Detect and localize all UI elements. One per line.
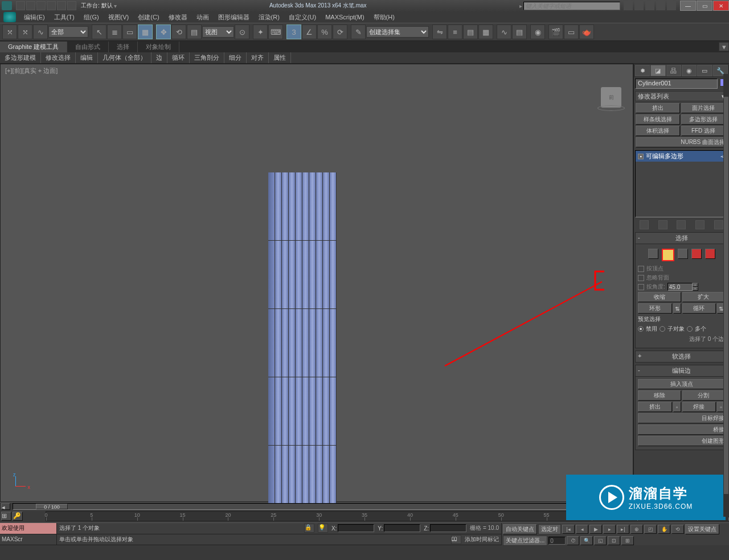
help-arrow-icon[interactable] <box>667 1 676 10</box>
menu-graph[interactable]: 图形编辑器 <box>214 12 254 23</box>
ribbon-minimize-icon[interactable]: ▾ <box>719 42 729 51</box>
viewport-nav2-icon[interactable]: ◰ <box>644 525 657 534</box>
mod-btn-ffd-sel[interactable]: FFD 选择 <box>681 126 726 136</box>
rotate-icon[interactable]: ⟲ <box>171 24 186 39</box>
coord-z-input[interactable] <box>430 524 466 532</box>
object-name-field[interactable]: Cylinder001 <box>635 79 718 89</box>
align-icon[interactable]: ≡ <box>448 24 462 39</box>
ribbon-loops[interactable]: 循环 <box>167 52 190 63</box>
render-production-icon[interactable]: 🫖 <box>579 24 594 39</box>
ribbon-tab-graphite[interactable]: Graphite 建模工具 <box>0 42 67 52</box>
qat-project-icon[interactable] <box>67 1 76 10</box>
viewport-nav6-icon[interactable]: ◱ <box>594 536 607 545</box>
prev-frame-icon[interactable]: ◂ <box>576 525 588 534</box>
maxscript-listener[interactable]: MAXScr <box>0 534 56 546</box>
ribbon-edit[interactable]: 编辑 <box>76 52 98 63</box>
polygon-mode-button[interactable] <box>691 249 702 259</box>
rect-select-icon[interactable]: ▭ <box>122 24 137 39</box>
modify-tab-icon[interactable]: ◪ <box>650 65 665 76</box>
auto-key-button[interactable]: 自动关键点 <box>503 524 537 534</box>
qat-new-icon[interactable] <box>16 1 25 10</box>
ribbon-subdiv[interactable]: 细分 <box>224 52 247 63</box>
help-icon[interactable] <box>656 1 665 10</box>
rollout-soft-header[interactable]: +软选择 <box>635 351 728 363</box>
graphite-toggle-icon[interactable]: ▦ <box>478 24 493 39</box>
ribbon-edges[interactable]: 边 <box>151 52 167 63</box>
menu-create[interactable]: 创建(C) <box>133 12 163 23</box>
viewcube[interactable]: 前 <box>601 87 621 108</box>
sel-locked-dropdown[interactable]: 选定对 <box>538 524 561 534</box>
schematic-view-icon[interactable]: ▤ <box>512 24 527 39</box>
viewport-nav4-icon[interactable]: ⟲ <box>671 525 684 534</box>
welcome-button[interactable]: 欢迎使用 <box>0 523 56 534</box>
ribbon-geometry[interactable]: 几何体（全部） <box>98 52 151 63</box>
viewport-label[interactable]: [+][前][真实 + 边面] <box>5 67 58 75</box>
render-setup-icon[interactable]: 🎬 <box>548 24 563 39</box>
favorites-icon[interactable] <box>645 1 654 10</box>
spin-up-icon[interactable]: ▴ <box>693 283 698 287</box>
shrink-button[interactable]: 收缩 <box>638 292 681 302</box>
by-vertex-checkbox[interactable] <box>638 266 644 272</box>
isolate-icon[interactable]: 💡 <box>318 524 328 533</box>
panel-scrollbar[interactable] <box>723 74 729 517</box>
menu-tools[interactable]: 工具(T) <box>50 12 79 23</box>
qat-open-icon[interactable] <box>26 1 35 10</box>
close-button[interactable]: ✕ <box>713 1 729 11</box>
goto-end-icon[interactable]: ▸| <box>617 525 629 534</box>
ribbon-tab-paint[interactable]: 对象绘制 <box>138 42 179 52</box>
ring-button[interactable]: 环形 <box>638 303 672 314</box>
named-selection-dropdown[interactable]: 创建选择集 <box>366 26 429 38</box>
target-weld-button[interactable]: 目标焊接 <box>638 413 725 423</box>
percent-snap-icon[interactable]: % <box>317 24 332 39</box>
ref-coord-dropdown[interactable]: 视图 <box>202 26 234 38</box>
qat-undo-icon[interactable] <box>47 1 56 10</box>
spinner-snap-icon[interactable]: ⟳ <box>333 24 347 39</box>
insert-vertex-button[interactable]: 插入顶点 <box>638 379 725 389</box>
viewport-nav1-icon[interactable]: ⊕ <box>630 525 643 534</box>
edge-mode-button[interactable] <box>662 249 674 261</box>
time-slider-handle[interactable]: 0 / 100 <box>36 504 68 509</box>
ribbon-poly-model[interactable]: 多边形建模 <box>0 52 41 63</box>
menu-modifiers[interactable]: 修改器 <box>164 12 192 23</box>
ribbon-tab-selection[interactable]: 选择 <box>109 42 138 52</box>
qat-redo-icon[interactable] <box>57 1 66 10</box>
rollout-selection-header[interactable]: -选择 <box>635 232 728 244</box>
extrude-settings-icon[interactable]: ▫ <box>673 402 681 412</box>
element-mode-button[interactable] <box>705 249 715 259</box>
mod-btn-extrude[interactable]: 挤出 <box>636 103 680 113</box>
angle-snap-icon[interactable]: ∠ <box>302 24 317 39</box>
coord-x-input[interactable] <box>338 524 374 532</box>
stack-editable-poly[interactable]: ▪可编辑多边形 ◅ <box>636 151 727 162</box>
lock-selection-icon[interactable]: 🔒 <box>304 524 314 533</box>
move-icon[interactable]: ✥ <box>156 24 171 39</box>
select-manipulate-icon[interactable]: ✦ <box>253 24 268 39</box>
menu-views[interactable]: 视图(V) <box>104 12 134 23</box>
keyboard-shortcut-icon[interactable]: ⌨ <box>268 24 283 39</box>
create-shape-button[interactable]: 创建图形 <box>638 436 725 446</box>
angle-spinner[interactable]: ▴▾ <box>667 283 698 291</box>
vertex-mode-button[interactable] <box>648 249 658 259</box>
mod-btn-patch-sel[interactable]: 面片选择 <box>681 103 726 113</box>
modifier-stack[interactable]: ▪可编辑多边形 ◅ <box>635 150 728 217</box>
rollout-edit-edges-header[interactable]: -编辑边 <box>635 365 728 377</box>
scale-icon[interactable]: ▤ <box>187 24 202 39</box>
unlink-icon[interactable]: ⤲ <box>18 24 32 39</box>
set-key-button[interactable]: 设置关键点 <box>685 524 719 534</box>
use-pivot-icon[interactable]: ⊙ <box>235 24 249 39</box>
play-icon[interactable]: ▶ <box>589 525 602 534</box>
ribbon-tri[interactable]: 三角剖分 <box>190 52 224 63</box>
exchange-icon[interactable] <box>634 1 644 10</box>
goto-start-icon[interactable]: |◂ <box>562 525 575 534</box>
subscription-icon[interactable] <box>624 1 633 10</box>
angle-input[interactable] <box>667 283 693 291</box>
remove-button[interactable]: 移除 <box>638 390 681 401</box>
ribbon-modify-sel[interactable]: 修改选择 <box>41 52 76 63</box>
ignore-backfacing-checkbox[interactable] <box>638 275 644 281</box>
mod-btn-vol-sel[interactable]: 体积选择 <box>636 126 680 136</box>
window-crossing-icon[interactable]: ▦ <box>138 24 153 39</box>
extrude-button[interactable]: 挤出 <box>638 402 672 412</box>
mod-btn-spline-sel[interactable]: 样条线选择 <box>636 114 680 125</box>
grow-button[interactable]: 扩大 <box>682 292 726 302</box>
weld-button[interactable]: 焊接 <box>682 402 716 412</box>
material-editor-icon[interactable]: ◉ <box>530 24 545 39</box>
